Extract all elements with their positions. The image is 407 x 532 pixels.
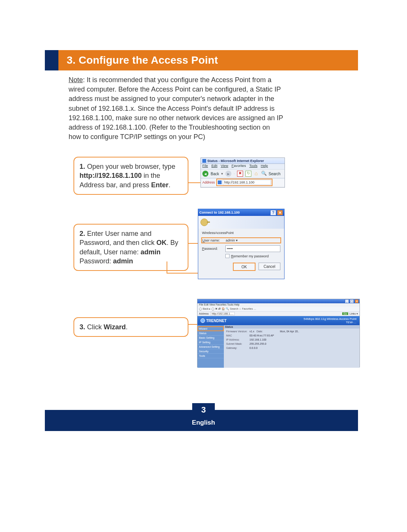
step-3-callout: 3. Click Wizard. [73, 317, 188, 337]
step-1-text-c: . [168, 181, 170, 189]
nav-item-basic[interactable]: Basic Setting [197, 336, 224, 340]
address-label: Address [202, 180, 215, 184]
step-2-pass: admin [113, 257, 133, 265]
remember-checkbox[interactable] [225, 254, 230, 258]
header-accent-block [45, 50, 58, 70]
step-3-text-b: . [126, 323, 128, 331]
nav-item-status[interactable]: Status [197, 331, 224, 336]
step-3-number: 3. [80, 323, 85, 331]
globe-icon [200, 318, 205, 323]
ie-menu-bar: FileEditViewFavoritesToolsHelp [201, 164, 285, 169]
mask-value: 255.255.255.0 [249, 342, 266, 345]
ie-address-bar: Address http://192.168.1.100 [201, 178, 285, 186]
forward-button-icon[interactable]: ► [225, 171, 231, 177]
ok-button[interactable]: OK [233, 263, 256, 271]
firmware-label: Firmware Version: [226, 330, 249, 333]
remember-label[interactable]: Remember my password [231, 254, 269, 258]
address-highlight-box: http://192.168.1.100 [216, 179, 272, 186]
refresh-icon[interactable]: ↻ [245, 171, 251, 177]
back-button-icon[interactable]: ◄ [202, 171, 208, 177]
date-value: Mon, 04 Apr 20.. [280, 330, 299, 333]
cancel-button[interactable]: Cancel [259, 263, 280, 270]
page-number-box: 3 [192, 403, 215, 417]
status-content-header: Status [224, 325, 360, 329]
search-label[interactable]: Search [269, 172, 281, 176]
menu-tools[interactable]: Tools [249, 164, 258, 168]
step-2-callout: 2. Enter User name and Password, and the… [73, 224, 188, 271]
nav-item-advanced[interactable]: Advanced Setting [197, 345, 224, 349]
login-titlebar: Connect to 192.168.1.100 ?✕ [198, 209, 284, 216]
dropdown-icon[interactable]: ▾ [236, 238, 238, 242]
note-text: : It is recommended that you configure t… [69, 76, 283, 141]
gw-value: 0.0.0.0 [249, 347, 257, 349]
stop-icon[interactable]: ✖ [237, 171, 243, 177]
menu-file[interactable]: File [202, 164, 208, 168]
ie-toolbar: ◄ Back ▾ ► · ✖ ↻ ⌂ 🔍 Search [201, 169, 285, 178]
note-label: Note [69, 76, 83, 84]
close-button-icon[interactable]: ✕ [277, 210, 283, 216]
menu-favorites[interactable]: Favorites [232, 164, 246, 168]
menu-edit[interactable]: Edit [211, 164, 217, 168]
step-2-user: admin [141, 248, 161, 256]
section-title: 3. Configure the Access Point [67, 54, 218, 66]
date-label: Date: [257, 330, 280, 333]
mac-value: 00:40:f4:ec:77:93 AP [249, 334, 274, 337]
step-2-text-c: Password: [80, 257, 113, 265]
password-value: ••••• [227, 247, 233, 251]
step-1-url: http://192.168.1.100 [80, 172, 142, 179]
ip-label: IP Address: [226, 338, 249, 341]
section-header: 3. Configure the Access Point [45, 50, 358, 70]
search-icon[interactable]: 🔍 [261, 171, 266, 176]
login-button-row: OK Cancel [198, 260, 284, 273]
login-title-text: Connect to 192.168.1.100 [199, 211, 240, 214]
step-2-ok: OK [156, 239, 167, 246]
note-paragraph: Note: It is recommended that you configu… [69, 75, 283, 142]
step-1-callout: 1. Open your web browser, type http://19… [73, 157, 188, 195]
status-toolbar: ◯ Back ▸ ◯ ✖ 🗗 🏠 🔍 Search ☆ Favorites … [197, 307, 360, 312]
keys-icon [200, 219, 208, 226]
username-field[interactable]: admin ▾ [226, 238, 238, 242]
ie-titlebar: Status - Microsoft Internet Explorer [201, 158, 285, 164]
status-main: Wizard Status Basic Setting IP Setting A… [197, 325, 360, 368]
username-highlight-box: User name: admin ▾ [201, 237, 281, 243]
status-titlebar: _ ▢ ✕ [197, 299, 360, 303]
ie-window-title: Status - Microsoft Internet Explorer [207, 159, 264, 163]
brand-logo: TRENDNET [200, 318, 226, 323]
step-3-wizard: Wizard [104, 323, 126, 331]
ie-browser-window: Status - Microsoft Internet Explorer Fil… [200, 157, 285, 188]
step-1-text-a: Open your web browser, type [85, 163, 175, 170]
menu-view[interactable]: View [221, 164, 228, 168]
password-label: Password: [202, 247, 225, 251]
ie-app-icon [202, 159, 206, 163]
address-url-value: http://192.168.1.100 [224, 180, 254, 184]
nav-item-ip[interactable]: IP Setting [197, 340, 224, 345]
nav-item-wizard[interactable]: Wizard [197, 326, 224, 331]
go-button[interactable]: Go [342, 312, 348, 315]
pointer-line-2b-v [167, 261, 167, 273]
maximize-icon[interactable]: ▢ [350, 299, 354, 303]
step-2-number: 2. [80, 230, 85, 237]
remember-row: Remember my password [225, 254, 280, 258]
page-language: English [192, 419, 215, 427]
menu-help[interactable]: Help [261, 164, 268, 168]
status-brand-header: TRENDNET 54Mbps 802.11g Wireless Access … [197, 316, 360, 325]
close-icon[interactable]: ✕ [355, 299, 359, 303]
nav-item-security[interactable]: Security [197, 349, 224, 354]
password-field[interactable]: ••••• [225, 245, 280, 252]
help-button-icon[interactable]: ? [270, 210, 276, 216]
nav-item-tools[interactable]: Tools [197, 354, 224, 358]
step-2-text-a: Enter User name and Password, and then c… [80, 230, 156, 246]
status-address-value[interactable]: http://192.168.1…. [210, 312, 235, 315]
mask-label: Subnet Mask: [226, 342, 249, 345]
firmware-value: v1.x [249, 330, 254, 333]
home-icon[interactable]: ⌂ [254, 171, 259, 176]
address-input[interactable]: http://192.168.1.100 [223, 180, 271, 185]
login-realm: WirelessAccessPoint [202, 231, 280, 235]
login-banner [198, 216, 284, 229]
document-page: 3. Configure the Access Point Note: It i… [0, 0, 407, 532]
status-address-bar: Address http://192.168.1…. Go Links ▾ [197, 312, 360, 316]
back-button-label[interactable]: Back [211, 172, 219, 176]
minimize-icon[interactable]: _ [345, 299, 349, 303]
section-number: 3. [67, 54, 76, 66]
login-body: WirelessAccessPoint User name: admin ▾ P… [198, 229, 284, 260]
